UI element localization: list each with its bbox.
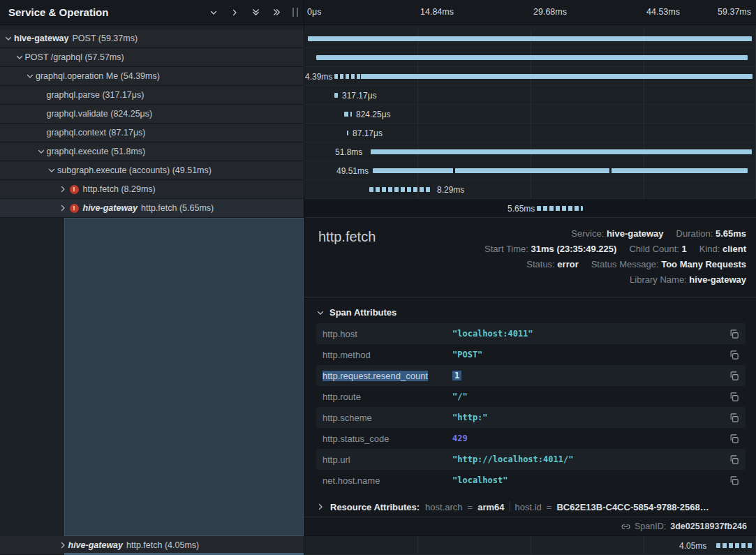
meta-value: client	[722, 244, 746, 254]
attribute-key-text: http.route	[323, 392, 361, 402]
timeline-row[interactable]: 51.8ms	[304, 142, 756, 161]
timeline-row[interactable]: 4.39ms	[304, 67, 756, 86]
tree-row[interactable]: graphql.operation Me (54.39ms)	[0, 67, 304, 86]
span-attributes-header[interactable]: Span Attributes	[316, 307, 396, 318]
attribute-value: "http://localhost:4011/"	[452, 454, 724, 464]
span-bar[interactable]	[716, 543, 753, 548]
chevron-down-icon[interactable]	[46, 166, 57, 175]
tree-row[interactable]: graphql.parse (317.17μs)	[0, 86, 304, 105]
span-bar[interactable]	[308, 36, 752, 41]
span-label: POST /graphql (57.57ms)	[25, 52, 124, 62]
tree-row[interactable]: hive-gatewayPOST (59.37ms)	[0, 29, 304, 48]
collapse-one-button[interactable]	[207, 6, 220, 19]
meta-value: hive-gateway	[689, 274, 746, 285]
attribute-value: "/"	[452, 392, 724, 401]
span-label: subgraph.execute (accounts) (49.51ms)	[57, 165, 212, 175]
panel-title: Service & Operation	[8, 6, 108, 18]
timeline-row[interactable]: 824.25μs	[304, 105, 756, 124]
chevron-down-icon[interactable]	[36, 147, 47, 156]
timeline-row[interactable]: 49.51ms	[304, 161, 756, 180]
section-title: Span Attributes	[329, 307, 396, 318]
meta-value: 5.65ms	[716, 228, 746, 239]
resource-attribute-items: host.arch=arm64host.id=BC62E13B-C4CC-585…	[425, 502, 709, 512]
attribute-value-text: 429	[452, 434, 468, 443]
copy-button[interactable]	[724, 413, 739, 423]
span-label: http.fetch (4.05ms)	[126, 540, 199, 550]
copy-button[interactable]	[724, 350, 739, 360]
timeline-row[interactable]: 317.17μs	[304, 86, 756, 105]
span-tree-panel: Service & Operation hive-gatewayPOST (59…	[0, 0, 304, 555]
copy-icon	[729, 454, 739, 465]
span-bar[interactable]	[347, 131, 348, 135]
copy-button[interactable]	[724, 371, 739, 381]
span-bar[interactable]	[316, 55, 748, 60]
tree-row[interactable]: graphql.execute (51.8ms)	[0, 142, 304, 161]
resource-value: arm64	[477, 502, 504, 512]
chevron-right-icon[interactable]	[57, 185, 68, 193]
timeline-rows: 4.39ms317.17μs824.25μs87.17μs51.8ms49.51…	[304, 29, 756, 218]
resource-attributes-row[interactable]: Resource Attributes: host.arch=arm64host…	[316, 496, 746, 517]
expand-all-button[interactable]	[270, 6, 283, 19]
copy-icon	[729, 475, 739, 486]
attribute-key: http.request.resend_count	[323, 371, 452, 381]
copy-button[interactable]	[724, 329, 739, 339]
timeline-tick: 59.37ms	[718, 7, 751, 17]
meta-label: Library Name:	[630, 274, 689, 285]
tree-row[interactable]: POST /graphql (57.57ms)	[0, 48, 304, 67]
expand-one-button[interactable]	[228, 6, 241, 19]
section-title: Resource Attributes:	[330, 502, 420, 512]
attribute-key: net.host.name	[323, 475, 452, 486]
timeline-row[interactable]: 4.05ms	[304, 536, 756, 555]
span-bar[interactable]	[334, 93, 338, 98]
meta-pair: Status Message: Too Many Requests	[591, 257, 746, 272]
span-label: http.fetch (8.29ms)	[83, 184, 156, 194]
timeline-row[interactable]: 5.65ms	[304, 199, 756, 218]
collapse-all-button[interactable]	[249, 6, 262, 19]
timeline-row[interactable]	[304, 48, 756, 67]
tree-row[interactable]: hive-gatewayhttp.fetch (4.05ms)	[0, 536, 304, 555]
copy-button[interactable]	[724, 392, 739, 402]
span-bar[interactable]	[537, 206, 583, 211]
chevron-right-icon	[316, 503, 325, 511]
timeline-row[interactable]: 8.29ms	[304, 180, 756, 199]
copy-icon	[729, 371, 739, 381]
tree-row[interactable]: !hive-gatewayhttp.fetch (5.65ms)	[0, 199, 304, 218]
attribute-key-text: http.request.resend_count	[323, 371, 428, 381]
tree-row[interactable]: subgraph.execute (accounts) (49.51ms)	[0, 161, 304, 180]
copy-button[interactable]	[724, 434, 739, 444]
meta-label: Service:	[571, 228, 607, 239]
chevron-down-icon[interactable]	[24, 72, 36, 80]
timeline-rows-host: 4.39ms317.17μs824.25μs87.17μs51.8ms49.51…	[304, 29, 756, 218]
attribute-row: http.route"/"	[316, 386, 746, 407]
tree-row[interactable]: graphql.validate (824.25μs)	[0, 105, 304, 124]
timeline-row[interactable]: 87.17μs	[304, 124, 756, 142]
header-icon-buttons	[207, 6, 283, 19]
copy-button[interactable]	[724, 475, 739, 486]
span-bar[interactable]	[369, 187, 431, 192]
attribute-value-text: "http:"	[452, 413, 488, 422]
chevron-down-icon[interactable]	[14, 53, 25, 61]
equals-sign: =	[468, 502, 473, 512]
duration-label: 49.51ms	[336, 166, 369, 176]
tree-row[interactable]: !http.fetch (8.29ms)	[0, 180, 304, 199]
attribute-value: "http:"	[452, 413, 724, 422]
span-bar[interactable]	[373, 168, 748, 173]
timeline-row[interactable]	[304, 29, 756, 48]
tree-row[interactable]: graphql.context (87.17μs)	[0, 124, 304, 142]
panel-resize-handle[interactable]	[292, 8, 298, 17]
chevron-right-icon	[230, 8, 239, 17]
duration-label: 317.17μs	[342, 91, 377, 101]
link-icon[interactable]	[621, 522, 630, 531]
detail-separator	[304, 297, 756, 297]
chevron-right-icon[interactable]	[57, 541, 68, 549]
span-bar[interactable]	[344, 112, 352, 117]
span-label: graphql.parse (317.17μs)	[47, 90, 144, 100]
meta-line: Service: hive-gatewayDuration: 5.65ms	[484, 226, 746, 242]
chevron-down-icon[interactable]	[3, 34, 14, 43]
service-name: hive-gateway	[83, 203, 138, 213]
span-bar[interactable]	[371, 149, 752, 154]
chevron-right-icon[interactable]	[57, 204, 68, 212]
copy-button[interactable]	[724, 454, 739, 465]
attribute-value: 429	[452, 434, 724, 443]
span-bar[interactable]	[334, 74, 753, 79]
